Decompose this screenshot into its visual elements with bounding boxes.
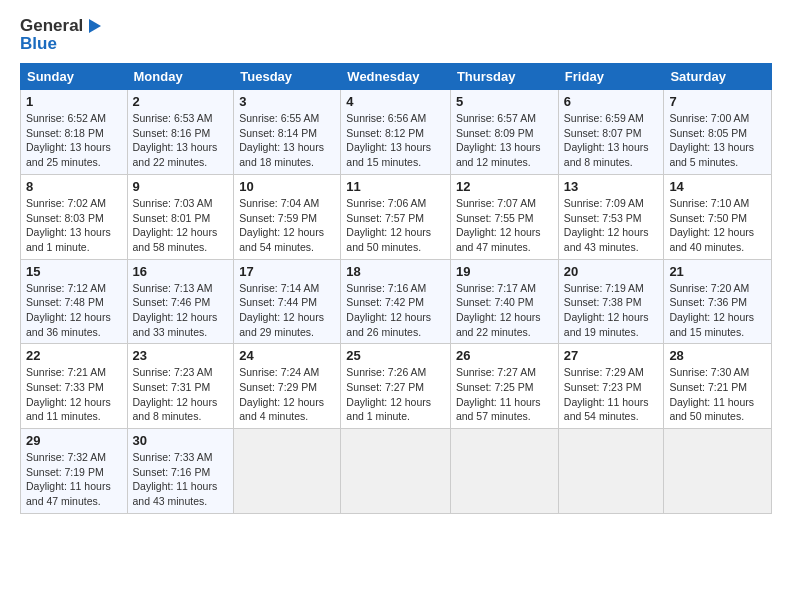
day-number: 8: [26, 179, 122, 194]
logo-blue: Blue: [20, 34, 103, 54]
day-info: Sunrise: 7:17 AMSunset: 7:40 PMDaylight:…: [456, 281, 553, 340]
day-info: Sunrise: 7:19 AMSunset: 7:38 PMDaylight:…: [564, 281, 659, 340]
day-info: Sunrise: 6:55 AMSunset: 8:14 PMDaylight:…: [239, 111, 335, 170]
day-info: Sunrise: 7:20 AMSunset: 7:36 PMDaylight:…: [669, 281, 766, 340]
calendar-cell: 1Sunrise: 6:52 AMSunset: 8:18 PMDaylight…: [21, 90, 128, 175]
day-number: 17: [239, 264, 335, 279]
calendar-cell: 15Sunrise: 7:12 AMSunset: 7:48 PMDayligh…: [21, 259, 128, 344]
day-number: 26: [456, 348, 553, 363]
calendar-cell: 4Sunrise: 6:56 AMSunset: 8:12 PMDaylight…: [341, 90, 451, 175]
calendar-cell: [341, 429, 451, 514]
day-number: 18: [346, 264, 445, 279]
header-row: Sunday Monday Tuesday Wednesday Thursday…: [21, 64, 772, 90]
day-number: 22: [26, 348, 122, 363]
calendar-cell: 28Sunrise: 7:30 AMSunset: 7:21 PMDayligh…: [664, 344, 772, 429]
day-info: Sunrise: 7:24 AMSunset: 7:29 PMDaylight:…: [239, 365, 335, 424]
calendar-cell: 14Sunrise: 7:10 AMSunset: 7:50 PMDayligh…: [664, 174, 772, 259]
calendar-cell: 9Sunrise: 7:03 AMSunset: 8:01 PMDaylight…: [127, 174, 234, 259]
col-friday: Friday: [558, 64, 664, 90]
logo-general: General: [20, 16, 83, 36]
day-number: 28: [669, 348, 766, 363]
day-info: Sunrise: 7:27 AMSunset: 7:25 PMDaylight:…: [456, 365, 553, 424]
calendar-cell: 12Sunrise: 7:07 AMSunset: 7:55 PMDayligh…: [450, 174, 558, 259]
calendar-cell: 23Sunrise: 7:23 AMSunset: 7:31 PMDayligh…: [127, 344, 234, 429]
week-row: 29Sunrise: 7:32 AMSunset: 7:19 PMDayligh…: [21, 429, 772, 514]
day-info: Sunrise: 7:32 AMSunset: 7:19 PMDaylight:…: [26, 450, 122, 509]
calendar-cell: 11Sunrise: 7:06 AMSunset: 7:57 PMDayligh…: [341, 174, 451, 259]
page: General Blue Sunday Monday Tuesday Wedne…: [0, 0, 792, 530]
calendar-cell: 13Sunrise: 7:09 AMSunset: 7:53 PMDayligh…: [558, 174, 664, 259]
day-info: Sunrise: 6:59 AMSunset: 8:07 PMDaylight:…: [564, 111, 659, 170]
day-info: Sunrise: 7:04 AMSunset: 7:59 PMDaylight:…: [239, 196, 335, 255]
day-number: 15: [26, 264, 122, 279]
day-number: 2: [133, 94, 229, 109]
week-row: 8Sunrise: 7:02 AMSunset: 8:03 PMDaylight…: [21, 174, 772, 259]
day-number: 9: [133, 179, 229, 194]
day-info: Sunrise: 7:02 AMSunset: 8:03 PMDaylight:…: [26, 196, 122, 255]
day-info: Sunrise: 7:14 AMSunset: 7:44 PMDaylight:…: [239, 281, 335, 340]
day-number: 16: [133, 264, 229, 279]
day-info: Sunrise: 7:16 AMSunset: 7:42 PMDaylight:…: [346, 281, 445, 340]
calendar-cell: 10Sunrise: 7:04 AMSunset: 7:59 PMDayligh…: [234, 174, 341, 259]
day-info: Sunrise: 7:09 AMSunset: 7:53 PMDaylight:…: [564, 196, 659, 255]
calendar-table: Sunday Monday Tuesday Wednesday Thursday…: [20, 63, 772, 514]
calendar-cell: 6Sunrise: 6:59 AMSunset: 8:07 PMDaylight…: [558, 90, 664, 175]
day-number: 30: [133, 433, 229, 448]
day-number: 4: [346, 94, 445, 109]
calendar-cell: 29Sunrise: 7:32 AMSunset: 7:19 PMDayligh…: [21, 429, 128, 514]
day-info: Sunrise: 7:33 AMSunset: 7:16 PMDaylight:…: [133, 450, 229, 509]
calendar-cell: 20Sunrise: 7:19 AMSunset: 7:38 PMDayligh…: [558, 259, 664, 344]
day-number: 10: [239, 179, 335, 194]
calendar-cell: 22Sunrise: 7:21 AMSunset: 7:33 PMDayligh…: [21, 344, 128, 429]
calendar-cell: 26Sunrise: 7:27 AMSunset: 7:25 PMDayligh…: [450, 344, 558, 429]
day-number: 21: [669, 264, 766, 279]
header: General Blue: [20, 16, 772, 53]
day-info: Sunrise: 7:07 AMSunset: 7:55 PMDaylight:…: [456, 196, 553, 255]
day-number: 3: [239, 94, 335, 109]
day-info: Sunrise: 6:56 AMSunset: 8:12 PMDaylight:…: [346, 111, 445, 170]
day-number: 6: [564, 94, 659, 109]
day-number: 29: [26, 433, 122, 448]
calendar-cell: 18Sunrise: 7:16 AMSunset: 7:42 PMDayligh…: [341, 259, 451, 344]
col-monday: Monday: [127, 64, 234, 90]
day-info: Sunrise: 6:57 AMSunset: 8:09 PMDaylight:…: [456, 111, 553, 170]
calendar-cell: 16Sunrise: 7:13 AMSunset: 7:46 PMDayligh…: [127, 259, 234, 344]
day-info: Sunrise: 7:00 AMSunset: 8:05 PMDaylight:…: [669, 111, 766, 170]
day-number: 25: [346, 348, 445, 363]
day-info: Sunrise: 7:12 AMSunset: 7:48 PMDaylight:…: [26, 281, 122, 340]
day-info: Sunrise: 7:21 AMSunset: 7:33 PMDaylight:…: [26, 365, 122, 424]
col-sunday: Sunday: [21, 64, 128, 90]
col-wednesday: Wednesday: [341, 64, 451, 90]
day-number: 27: [564, 348, 659, 363]
day-info: Sunrise: 6:52 AMSunset: 8:18 PMDaylight:…: [26, 111, 122, 170]
calendar-cell: 21Sunrise: 7:20 AMSunset: 7:36 PMDayligh…: [664, 259, 772, 344]
day-number: 23: [133, 348, 229, 363]
day-info: Sunrise: 6:53 AMSunset: 8:16 PMDaylight:…: [133, 111, 229, 170]
week-row: 15Sunrise: 7:12 AMSunset: 7:48 PMDayligh…: [21, 259, 772, 344]
calendar-cell: 24Sunrise: 7:24 AMSunset: 7:29 PMDayligh…: [234, 344, 341, 429]
day-info: Sunrise: 7:03 AMSunset: 8:01 PMDaylight:…: [133, 196, 229, 255]
day-number: 19: [456, 264, 553, 279]
calendar-cell: 17Sunrise: 7:14 AMSunset: 7:44 PMDayligh…: [234, 259, 341, 344]
calendar-cell: 5Sunrise: 6:57 AMSunset: 8:09 PMDaylight…: [450, 90, 558, 175]
day-info: Sunrise: 7:13 AMSunset: 7:46 PMDaylight:…: [133, 281, 229, 340]
day-number: 11: [346, 179, 445, 194]
day-number: 5: [456, 94, 553, 109]
week-row: 1Sunrise: 6:52 AMSunset: 8:18 PMDaylight…: [21, 90, 772, 175]
day-number: 14: [669, 179, 766, 194]
calendar-cell: 8Sunrise: 7:02 AMSunset: 8:03 PMDaylight…: [21, 174, 128, 259]
col-tuesday: Tuesday: [234, 64, 341, 90]
calendar-cell: [450, 429, 558, 514]
calendar-cell: [234, 429, 341, 514]
col-thursday: Thursday: [450, 64, 558, 90]
day-info: Sunrise: 7:10 AMSunset: 7:50 PMDaylight:…: [669, 196, 766, 255]
day-number: 24: [239, 348, 335, 363]
calendar-cell: [664, 429, 772, 514]
day-info: Sunrise: 7:26 AMSunset: 7:27 PMDaylight:…: [346, 365, 445, 424]
calendar-cell: 2Sunrise: 6:53 AMSunset: 8:16 PMDaylight…: [127, 90, 234, 175]
calendar-cell: [558, 429, 664, 514]
calendar-cell: 30Sunrise: 7:33 AMSunset: 7:16 PMDayligh…: [127, 429, 234, 514]
day-number: 12: [456, 179, 553, 194]
day-number: 1: [26, 94, 122, 109]
logo: General Blue: [20, 16, 103, 53]
